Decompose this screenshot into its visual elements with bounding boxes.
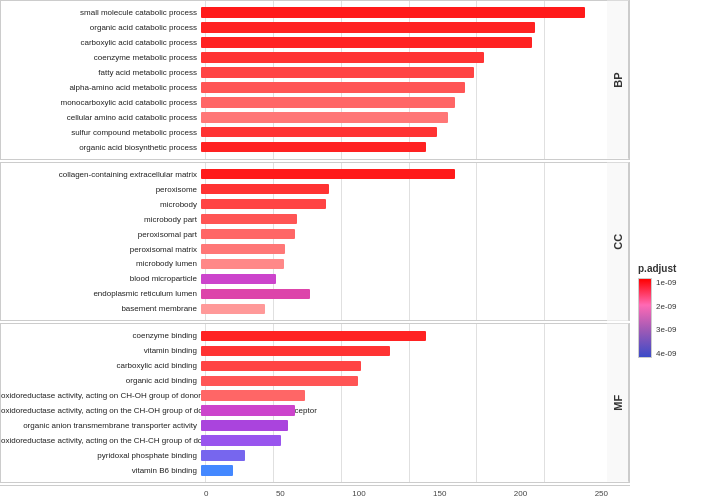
bar-track xyxy=(201,358,607,373)
bar-label: organic acid catabolic process xyxy=(1,23,201,32)
x-tick: 50 xyxy=(276,489,285,498)
bar xyxy=(201,52,484,62)
x-tick: 0 xyxy=(204,489,208,498)
bar-label: oxidoreductase activity, acting on the C… xyxy=(1,406,201,415)
bar-row: microbody lumen xyxy=(1,256,607,271)
cc-section: collagen-containing extracellular matrix… xyxy=(0,162,630,322)
x-tick: 100 xyxy=(352,489,365,498)
x-tick: 200 xyxy=(514,489,527,498)
bar-row: coenzyme metabolic process xyxy=(1,50,607,65)
bar-track xyxy=(201,110,607,125)
bar-row: organic acid catabolic process xyxy=(1,20,607,35)
bar xyxy=(201,37,532,47)
bar-track xyxy=(201,373,607,388)
bar-row: collagen-containing extracellular matrix xyxy=(1,167,607,182)
bar xyxy=(201,67,474,77)
bar-track xyxy=(201,286,607,301)
bar xyxy=(201,405,295,415)
bar xyxy=(201,169,455,179)
bar-label: small molecule catabolic process xyxy=(1,8,201,17)
bar-label: microbody xyxy=(1,200,201,209)
bar-row: oxidoreductase activity, acting on the C… xyxy=(1,403,607,418)
bar-label: carboxylic acid catabolic process xyxy=(1,38,201,47)
bar-row: peroxisomal matrix xyxy=(1,242,607,257)
bar xyxy=(201,184,329,194)
bar-label: peroxisomal matrix xyxy=(1,245,201,254)
bar-track xyxy=(201,20,607,35)
bar-label: endoplasmic reticulum lumen xyxy=(1,289,201,298)
bar xyxy=(201,229,295,239)
bar-label: basement membrane xyxy=(1,304,201,313)
bar-label: organic acid biosynthetic process xyxy=(1,143,201,152)
bar-label: oxidoreductase activity, acting on the C… xyxy=(1,436,201,445)
legend-gradient xyxy=(638,278,652,358)
bar-row: organic anion transmembrane transporter … xyxy=(1,418,607,433)
bar-track xyxy=(201,80,607,95)
bar-track xyxy=(201,343,607,358)
bar-track xyxy=(201,256,607,271)
bar-row: microbody part xyxy=(1,212,607,227)
bar xyxy=(201,22,535,32)
bar-row: vitamin binding xyxy=(1,343,607,358)
x-axis: 050100150200250 xyxy=(0,485,630,501)
bar-row: microbody xyxy=(1,197,607,212)
bar-row: basement membrane xyxy=(1,301,607,316)
bar-row: carboxylic acid catabolic process xyxy=(1,35,607,50)
bar-track xyxy=(201,418,607,433)
mf-bars-area: coenzyme bindingvitamin bindingcarboxyli… xyxy=(1,324,607,482)
bar-track xyxy=(201,271,607,286)
bar-label: microbody lumen xyxy=(1,259,201,268)
bar-track xyxy=(201,403,607,418)
bar xyxy=(201,420,288,430)
bar-track xyxy=(201,227,607,242)
bar-label: monocarboxylic acid catabolic process xyxy=(1,98,201,107)
bar-track xyxy=(201,65,607,80)
bp-bars-area: small molecule catabolic processorganic … xyxy=(1,1,607,159)
bar-row: small molecule catabolic process xyxy=(1,5,607,20)
bar-track xyxy=(201,35,607,50)
bar xyxy=(201,390,305,400)
bar-track xyxy=(201,242,607,257)
legend-area: p.adjust 1e-09 2e-09 3e-09 4e-09 xyxy=(630,0,720,501)
bar-track xyxy=(201,50,607,65)
bar-track xyxy=(201,197,607,212)
bar-row: blood microparticle xyxy=(1,271,607,286)
main-area: small molecule catabolic processorganic … xyxy=(0,0,630,501)
bp-section: small molecule catabolic processorganic … xyxy=(0,0,630,160)
bar-label: blood microparticle xyxy=(1,274,201,283)
legend-label-2: 2e-09 xyxy=(656,302,676,311)
bar-label: organic acid binding xyxy=(1,376,201,385)
bar-row: peroxisomal part xyxy=(1,227,607,242)
bar xyxy=(201,142,426,152)
bar-track xyxy=(201,301,607,316)
bar xyxy=(201,361,361,371)
legend-labels: 1e-09 2e-09 3e-09 4e-09 xyxy=(656,278,676,358)
bar xyxy=(201,214,297,224)
bar-row: sulfur compound metabolic process xyxy=(1,125,607,140)
bar xyxy=(201,7,585,17)
bar-label: coenzyme metabolic process xyxy=(1,53,201,62)
x-tick: 150 xyxy=(433,489,446,498)
bar-track xyxy=(201,5,607,20)
bar-label: microbody part xyxy=(1,215,201,224)
bar xyxy=(201,304,265,314)
bar-track xyxy=(201,95,607,110)
bar-track xyxy=(201,448,607,463)
bar-row: vitamin B6 binding xyxy=(1,463,607,478)
bar xyxy=(201,289,310,299)
bar xyxy=(201,82,465,92)
cc-bars-area: collagen-containing extracellular matrix… xyxy=(1,163,607,321)
bar-row: cellular amino acid catabolic process xyxy=(1,110,607,125)
bar-label: organic anion transmembrane transporter … xyxy=(1,421,201,430)
bar-row: organic acid binding xyxy=(1,373,607,388)
x-tick: 250 xyxy=(595,489,608,498)
bar-row: oxidoreductase activity, acting on the C… xyxy=(1,433,607,448)
bar xyxy=(201,376,358,386)
bar-row: oxidoreductase activity, acting on CH-OH… xyxy=(1,388,607,403)
bar-row: carboxylic acid binding xyxy=(1,358,607,373)
mf-section: coenzyme bindingvitamin bindingcarboxyli… xyxy=(0,323,630,483)
bar xyxy=(201,199,326,209)
bar-label: collagen-containing extracellular matrix xyxy=(1,170,201,179)
bar-track xyxy=(201,125,607,140)
legend-title: p.adjust xyxy=(638,263,676,274)
